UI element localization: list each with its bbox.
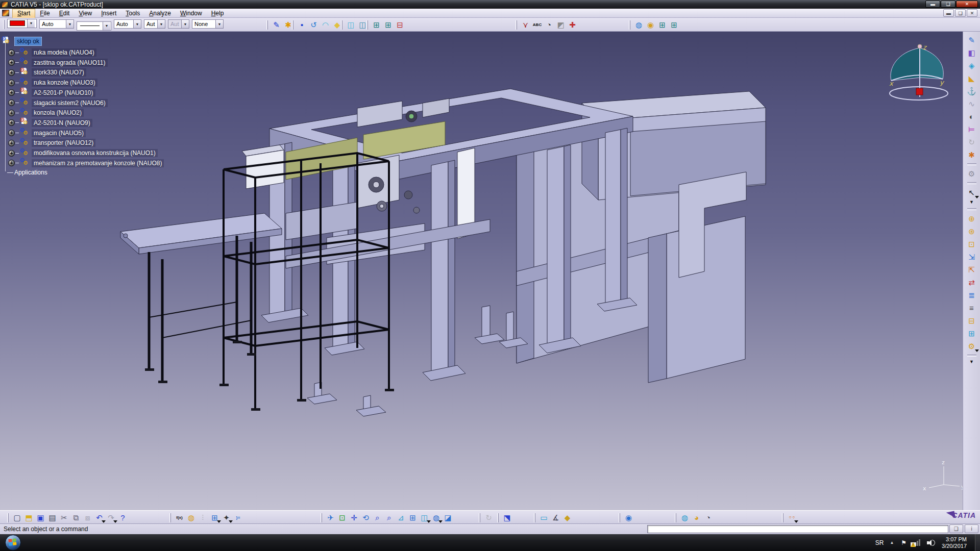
network-status-icon[interactable] (913, 539, 921, 546)
menu-insert[interactable]: Insert (96, 9, 121, 18)
show-hidden-icons[interactable]: ▲ (890, 540, 894, 545)
fly-mode-icon[interactable]: ✈ (325, 512, 336, 523)
generate-numbering-icon[interactable]: ≡ (965, 302, 978, 314)
child-minimize-button[interactable]: ▬ (943, 9, 954, 17)
toolbar-grip[interactable] (782, 513, 783, 522)
replace-component-icon[interactable]: ⇄ (965, 276, 978, 289)
update-assembly-icon[interactable]: ↻ (965, 136, 978, 148)
open-document-icon[interactable]: ⬒ (23, 512, 35, 523)
dropdown-arrow-icon[interactable]: ▼ (157, 20, 165, 28)
existing-component-icon[interactable]: ⇲ (965, 251, 978, 263)
restore-button[interactable]: ❑ (941, 1, 955, 8)
menu-edit[interactable]: Edit (55, 9, 75, 18)
normal-view-icon[interactable]: ⊿ (395, 512, 407, 523)
publish-tree-2-icon[interactable]: ⊞ (382, 19, 394, 31)
menu-view[interactable]: View (74, 9, 96, 18)
title-bar[interactable]: CATIA V5 - [sklop ok.CATProduct] ▬ ❑ ✕ (0, 0, 980, 9)
point-style-icon[interactable]: ▪ (296, 19, 308, 31)
constraint-icon[interactable]: ⊨ (965, 123, 978, 136)
expand-node-icon[interactable]: + (8, 99, 15, 106)
start-button[interactable] (4, 535, 22, 550)
toolbar-grip[interactable] (516, 20, 517, 30)
formula-fx-icon[interactable]: f(x) (174, 512, 185, 523)
toolbar-grip[interactable] (341, 20, 342, 30)
viewport-3d[interactable]: z x y z x y ⚙⚙ sklop (0, 32, 963, 510)
menu-analyze[interactable]: Analyze (144, 9, 176, 18)
taskbar-clock[interactable]: 3:07 PM 3/20/2017 (942, 536, 967, 549)
undo-icon[interactable]: ↶ (93, 512, 105, 523)
measure-between-icon[interactable]: ▭ (538, 512, 550, 523)
comment-icon[interactable]: ◍ (185, 512, 197, 523)
swap-visible-space-icon[interactable]: ◪ (442, 512, 454, 523)
attach-clip-icon[interactable]: ∿ (965, 97, 978, 110)
expand-status-button[interactable]: ❑ (949, 524, 963, 533)
pan-icon[interactable]: ✛ (348, 512, 360, 523)
render-wireframe-icon[interactable]: ◔ (702, 512, 714, 523)
isometric-view-icon[interactable]: ◫ (419, 512, 430, 523)
dropdown-arrow-icon[interactable]: ▼ (66, 20, 74, 28)
power-input-field[interactable] (647, 525, 948, 533)
expand-node-icon[interactable]: + (8, 89, 15, 96)
expand-node-icon[interactable]: + (8, 160, 15, 166)
menu-help[interactable]: Help (207, 9, 229, 18)
tree-item-zastitna[interactable]: +⚙⚙zastitna ograda (NAUO11) (0, 58, 184, 67)
redo-icon[interactable]: ↷ (105, 512, 117, 523)
tree-item-stork330[interactable]: +⚙⚙stork330 (NAUO7) (0, 68, 184, 77)
graphic-color-dropdown[interactable]: ▼ (7, 19, 37, 28)
document-icon[interactable] (2, 10, 9, 16)
lasso-select-icon[interactable]: ◠ (320, 19, 331, 31)
cut-icon[interactable]: ✂ (58, 512, 70, 523)
compass[interactable]: z x y (889, 43, 948, 100)
new-part-icon[interactable]: ⊡ (965, 238, 978, 251)
snap-grid-icon[interactable]: ⁘⁘ (786, 512, 798, 523)
copy-icon[interactable]: ⧉ (70, 512, 82, 523)
fit-all-in-icon[interactable]: ⊡ (336, 512, 348, 523)
measure-incline-icon[interactable]: ◣ (965, 72, 978, 85)
knowledge-inspector-button[interactable]: i (965, 524, 978, 533)
multi-instantiation-icon[interactable]: ⚙ (965, 340, 978, 353)
publish-tree-1-icon[interactable]: ⊞ (371, 19, 382, 31)
toolbar-grip[interactable] (629, 20, 630, 30)
open-window-icon[interactable]: ◫ (345, 19, 357, 31)
axis-flip-icon[interactable]: ⋎ (520, 19, 531, 31)
new-component-icon[interactable]: ⊕ (965, 212, 978, 225)
render-material-icon[interactable]: ◕ (691, 512, 702, 523)
point-symbol-dropdown[interactable]: Aut▼ (144, 19, 165, 29)
catalog-gray-icon[interactable]: ⚙ (965, 167, 978, 180)
expand-node-icon[interactable]: + (8, 140, 15, 146)
dropdown-arrow-icon[interactable]: ▼ (103, 22, 110, 30)
tree-item-transporter[interactable]: +⚙⚙transporter (NAUO12) (0, 138, 184, 147)
toolbar-grip[interactable] (366, 20, 368, 30)
knowledge-book-icon[interactable]: ⬔ (501, 512, 513, 523)
knowledge-pattern-icon[interactable]: ⁝ (197, 512, 209, 523)
show-desktop-button[interactable] (975, 534, 980, 551)
child-restore-button[interactable]: ❑ (955, 9, 966, 17)
print-document-icon[interactable]: ▤ (46, 512, 58, 523)
select-arrow-icon[interactable]: ↖ (965, 186, 978, 199)
action-center-icon[interactable]: ⚑ (901, 539, 906, 546)
apply-graphic-painter-icon[interactable]: ✎ (271, 19, 282, 31)
expand-node-icon[interactable]: + (8, 59, 15, 66)
tree-root-item[interactable]: ⚙⚙ sklop ok (2, 37, 42, 46)
volume-icon[interactable] (927, 540, 935, 546)
selective-load-icon[interactable]: ⊟ (965, 314, 978, 327)
child-close-button[interactable]: ✕ (967, 9, 977, 17)
save-document-icon[interactable]: ▣ (35, 512, 46, 523)
rotate-icon[interactable]: ⟲ (360, 512, 372, 523)
stamp-tool-icon[interactable]: ✚ (567, 19, 578, 31)
menu-start[interactable]: Start (12, 9, 35, 18)
toolbar-grip[interactable] (321, 513, 322, 522)
free-rotation-icon[interactable]: ↺ (308, 19, 320, 31)
zoom-out-icon[interactable]: ⌕ (383, 512, 395, 523)
lock-document-icon[interactable]: ✦ (220, 512, 232, 523)
tree-item-magacin[interactable]: +⚙⚙magacin (NAUO5) (0, 129, 184, 138)
toolbar-grip[interactable] (479, 513, 480, 522)
tree-item-a2-5201-n[interactable]: +⚙⚙A2-5201-N (NAUO9) (0, 118, 184, 128)
print-3d-icon[interactable]: ◉ (623, 512, 634, 523)
toolbar-overflow-icon[interactable]: ▼ (969, 199, 974, 205)
hide-show-icon[interactable]: ◍ (430, 512, 442, 523)
tree-item-slagacki[interactable]: +⚙⚙slagacki sistem2 (NAUO6) (0, 98, 184, 108)
dropdown-arrow-icon[interactable]: ▼ (215, 20, 223, 28)
measure-inertia-icon[interactable]: ◆ (561, 512, 573, 523)
expand-node-icon[interactable]: + (8, 130, 15, 136)
